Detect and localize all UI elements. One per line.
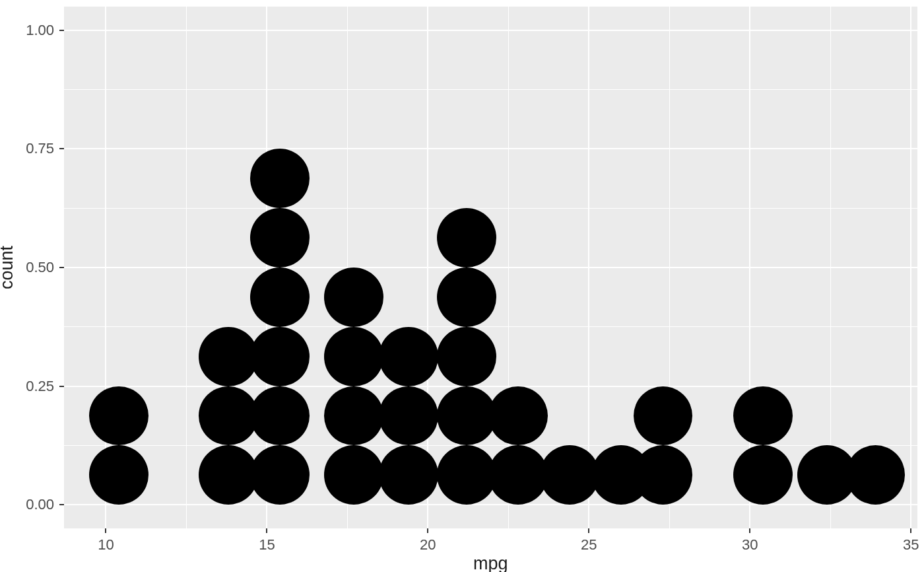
gridline-major-h <box>64 386 917 387</box>
dot <box>379 445 438 505</box>
dot <box>250 445 310 505</box>
x-tick-label: 35 <box>903 536 919 554</box>
dot <box>89 386 148 446</box>
gridline-major-h <box>64 148 917 149</box>
dot <box>324 327 383 386</box>
x-tick-label: 30 <box>742 536 758 554</box>
y-tick-label: 0.75 <box>26 140 54 157</box>
y-tick-label: 0.25 <box>26 378 54 395</box>
gridline-major-v <box>427 7 428 528</box>
y-tick-mark <box>59 30 64 31</box>
dot <box>437 445 496 505</box>
dot <box>540 445 599 505</box>
y-tick-mark <box>59 386 64 387</box>
dot <box>324 268 383 327</box>
chart-stage: 0.000.250.500.751.00101520253035mpgcount <box>0 0 924 572</box>
y-axis-title: count <box>0 246 17 289</box>
dot <box>437 208 496 268</box>
x-axis-title: mpg <box>473 554 508 572</box>
gridline-major-v <box>588 7 589 528</box>
gridline-major-h <box>64 30 917 31</box>
dot <box>437 327 496 386</box>
dot <box>437 386 496 446</box>
dot <box>199 386 258 446</box>
dot <box>199 327 258 386</box>
gridline-major-v <box>910 7 911 528</box>
dot <box>634 445 693 505</box>
x-tick-label: 25 <box>581 536 597 554</box>
gridline-minor-h <box>64 326 917 327</box>
gridline-minor-h <box>64 445 917 446</box>
x-tick-label: 10 <box>98 536 114 554</box>
y-tick-label: 0.00 <box>26 496 54 513</box>
dot <box>250 386 310 446</box>
y-tick-label: 1.00 <box>26 22 54 39</box>
y-tick-mark <box>59 148 64 149</box>
dot <box>199 445 258 505</box>
gridline-major-h <box>64 267 917 268</box>
dot <box>634 386 693 446</box>
dot <box>733 445 793 505</box>
dot <box>437 268 496 327</box>
x-tick-mark <box>266 528 267 533</box>
x-tick-mark <box>910 528 911 533</box>
x-tick-mark <box>105 528 106 533</box>
dot <box>324 386 383 446</box>
dot <box>250 208 310 268</box>
x-tick-mark <box>588 528 589 533</box>
x-tick-label: 15 <box>259 536 275 554</box>
gridline-minor-h <box>64 208 917 209</box>
dot <box>488 445 548 505</box>
dot <box>488 386 548 446</box>
dot <box>89 445 148 505</box>
dot <box>250 327 310 386</box>
y-tick-label: 0.50 <box>26 259 54 276</box>
gridline-major-h <box>64 504 917 505</box>
dot <box>324 445 383 505</box>
x-tick-label: 20 <box>420 536 436 554</box>
dot <box>733 386 793 446</box>
dot <box>250 268 310 327</box>
dot <box>379 327 438 386</box>
gridline-minor-h <box>64 89 917 90</box>
x-tick-mark <box>749 528 750 533</box>
dot <box>379 386 438 446</box>
dot <box>250 149 310 208</box>
y-tick-mark <box>59 504 64 505</box>
x-tick-mark <box>427 528 428 533</box>
dot <box>846 445 906 505</box>
y-tick-mark <box>59 267 64 268</box>
